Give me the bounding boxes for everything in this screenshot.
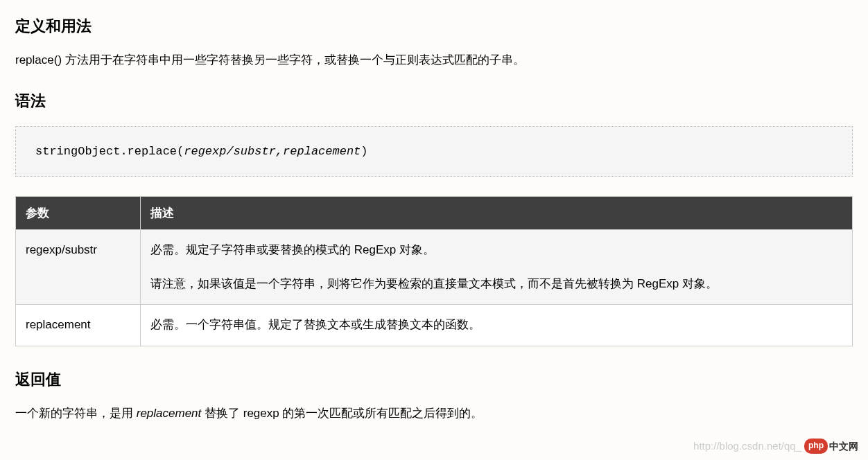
desc-paragraph: 必需。规定子字符串或要替换的模式的 RegExp 对象。 — [150, 240, 842, 261]
table-cell-param: regexp/substr — [16, 229, 141, 304]
return-suffix: 替换了 regexp 的第一次匹配或所有匹配之后得到的。 — [201, 407, 483, 420]
return-italic: replacement — [137, 407, 202, 420]
return-description: 一个新的字符串，是用 replacement 替换了 regexp 的第一次匹配… — [15, 404, 853, 423]
table-row: regexp/substr 必需。规定子字符串或要替换的模式的 RegExp 对… — [16, 229, 853, 304]
table-header-desc: 描述 — [141, 196, 853, 229]
code-args: regexp/substr,replacement — [184, 145, 361, 158]
table-header-row: 参数 描述 — [16, 196, 853, 229]
return-prefix: 一个新的字符串，是用 — [15, 407, 137, 420]
section-definition-heading: 定义和用法 — [15, 14, 853, 38]
table-cell-desc: 必需。一个字符串值。规定了替换文本或生成替换文本的函数。 — [141, 305, 853, 346]
desc-paragraph: 必需。一个字符串值。规定了替换文本或生成替换文本的函数。 — [150, 315, 842, 336]
code-suffix: ) — [361, 145, 367, 158]
table-header-param: 参数 — [16, 196, 141, 229]
table-cell-desc: 必需。规定子字符串或要替换的模式的 RegExp 对象。 请注意，如果该值是一个… — [141, 229, 853, 304]
section-syntax-heading: 语法 — [15, 89, 853, 113]
table-cell-param: replacement — [16, 305, 141, 346]
section-return-heading: 返回值 — [15, 367, 853, 391]
syntax-code-block: stringObject.replace(regexp/substr,repla… — [15, 126, 853, 177]
parameters-table: 参数 描述 regexp/substr 必需。规定子字符串或要替换的模式的 Re… — [15, 196, 853, 346]
table-row: replacement 必需。一个字符串值。规定了替换文本或生成替换文本的函数。 — [16, 305, 853, 346]
definition-description: replace() 方法用于在字符串中用一些字符替换另一些字符，或替换一个与正则… — [15, 51, 853, 69]
desc-paragraph: 请注意，如果该值是一个字符串，则将它作为要检索的直接量文本模式，而不是首先被转换… — [150, 274, 842, 295]
code-prefix: stringObject.replace( — [35, 145, 184, 158]
